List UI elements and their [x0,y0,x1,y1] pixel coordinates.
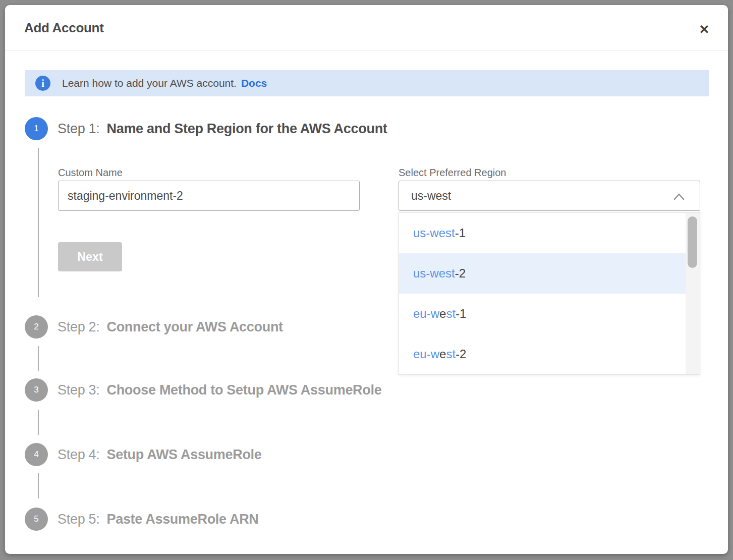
step-1-header: 1 Step 1:Name and Step Region for the AW… [25,117,387,140]
region-option-list: us-west-1 us-west-2 eu-west-1 eu-west-2 [399,213,686,374]
step-4-prefix: Step 4: [58,447,99,462]
step-2-text: Step 2:Connect your AWS Account [58,319,283,335]
step-4-text: Step 4:Setup AWS AssumeRole [58,447,262,463]
step-4-title: Setup AWS AssumeRole [106,447,261,462]
step-2-title: Connect your AWS Account [106,319,283,334]
step-3-header: 3 Step 3:Choose Method to Setup AWS Assu… [25,378,381,402]
option-plain-text: -1 [455,226,466,240]
step-5-title: Paste AssumeRole ARN [106,512,258,527]
banner-text: Learn how to add your AWS account. [62,77,237,89]
info-banner: i Learn how to add your AWS account. Doc… [25,70,709,96]
region-option-eu-west-2[interactable]: eu-west-2 [399,334,686,374]
step-connector-2 [38,346,39,371]
step-5-indicator: 5 [25,508,48,531]
option-match-text: st [446,307,456,321]
region-combobox-input[interactable] [399,181,700,211]
option-match-text: st [446,347,456,361]
custom-name-label: Custom Name [58,167,123,179]
step-5-prefix: Step 5: [58,512,99,527]
close-icon[interactable]: ✕ [695,20,713,38]
option-plain-text: -1 [456,307,466,321]
step-connector-1 [38,148,39,297]
region-option-eu-west-1[interactable]: eu-west-1 [399,294,686,334]
step-1-prefix: Step 1: [58,121,99,136]
modal-header: Add Account ✕ [5,5,728,50]
step-2-prefix: Step 2: [58,319,99,334]
option-plain-text: -2 [455,266,466,281]
modal-backdrop: Add Account ✕ i Learn how to add your AW… [0,0,733,560]
option-plain-text: e [439,307,446,321]
option-plain-text: e [439,347,446,361]
step-3-indicator: 3 [25,378,48,402]
add-account-modal: Add Account ✕ i Learn how to add your AW… [5,5,728,554]
option-match-text: eu-w [413,347,439,361]
step-5-header: 5 Step 5:Paste AssumeRole ARN [25,508,259,531]
step-connector-3 [38,410,39,435]
step-3-title: Choose Method to Setup AWS AssumeRole [106,382,381,398]
region-option-us-west-1[interactable]: us-west-1 [399,213,686,253]
dropdown-scrollbar-thumb[interactable] [688,216,697,268]
option-match-text: us-west [413,266,455,281]
step-4-indicator: 4 [25,443,48,466]
docs-link[interactable]: Docs [241,77,267,89]
chevron-up-icon[interactable] [673,193,685,200]
dropdown-scrollbar-track[interactable] [686,213,700,374]
region-option-us-west-2[interactable]: us-west-2 [399,253,686,294]
step-2-indicator: 2 [25,315,48,339]
step-3-prefix: Step 3: [58,382,99,398]
option-plain-text: -2 [456,347,466,361]
step-2-header: 2 Step 2:Connect your AWS Account [25,315,283,339]
info-icon: i [35,76,50,91]
step-4-header: 4 Step 4:Setup AWS AssumeRole [25,443,262,466]
modal-title: Add Account [24,20,104,36]
step-3-text: Step 3:Choose Method to Setup AWS Assume… [58,382,381,398]
step-1-title: Name and Step Region for the AWS Account [106,121,387,136]
region-label: Select Preferred Region [399,167,506,179]
step-connector-4 [38,473,39,498]
region-dropdown: us-west-1 us-west-2 eu-west-1 eu-west-2 [399,212,700,375]
custom-name-input[interactable] [58,181,360,211]
option-match-text: eu-w [413,307,439,321]
step-5-text: Step 5:Paste AssumeRole ARN [58,512,259,527]
next-button[interactable]: Next [58,242,122,271]
step-1-text: Step 1:Name and Step Region for the AWS … [58,121,387,137]
step-1-indicator: 1 [25,117,48,140]
option-match-text: us-west [413,226,455,240]
